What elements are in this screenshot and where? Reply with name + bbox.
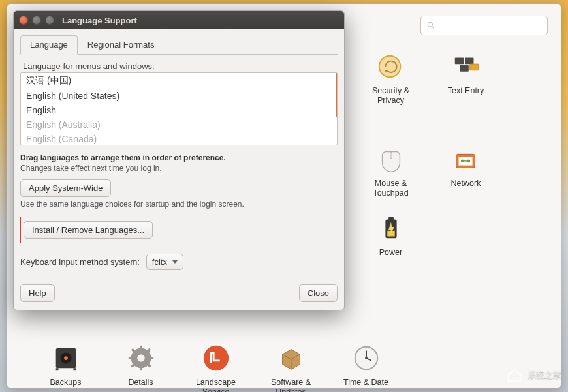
language-list-item[interactable]: English (Canada)	[21, 132, 337, 145]
tab-language[interactable]: Language	[20, 35, 78, 55]
language-list-item[interactable]: English (Australia)	[21, 117, 337, 132]
install-remove-highlight: Install / Remove Languages...	[20, 217, 213, 243]
tile-label: Backups	[28, 378, 103, 387]
language-list-item[interactable]: 汉语 (中国)	[21, 73, 337, 89]
tile-text-entry[interactable]: Text Entry	[428, 46, 503, 115]
tile-label: Time & Date	[328, 378, 403, 387]
shield-icon	[375, 51, 407, 82]
house-icon	[505, 366, 524, 384]
settings-search-input[interactable]	[420, 16, 548, 35]
clock-icon	[351, 342, 382, 374]
tile-label: Software &Updates	[253, 378, 328, 392]
tile-label: Mouse &Touchpad	[353, 179, 428, 198]
window-close-button[interactable]	[19, 16, 28, 25]
dialog-tabs: Language Regional Formats	[20, 35, 338, 55]
language-list-item[interactable]: English (United States)	[21, 89, 337, 103]
svg-rect-27	[140, 367, 142, 370]
battery-icon	[375, 213, 407, 244]
watermark: 系统之家	[505, 366, 561, 384]
svg-rect-29	[150, 357, 153, 359]
input-method-value: fcitx	[152, 257, 167, 267]
svg-rect-22	[55, 368, 58, 370]
drag-hint: Drag languages to arrange them in order …	[20, 153, 338, 162]
svg-point-34	[203, 346, 228, 370]
keyboard-icon	[450, 51, 482, 82]
window-minimize-button[interactable]	[32, 16, 41, 25]
svg-rect-7	[469, 64, 478, 70]
dialog-titlebar[interactable]: Language Support	[14, 11, 344, 29]
window-maximize-button[interactable]	[45, 16, 54, 25]
mouse-icon	[375, 143, 407, 175]
package-icon	[276, 342, 307, 374]
svg-rect-28	[128, 357, 132, 359]
svg-line-1	[432, 27, 434, 29]
close-button[interactable]: Close	[299, 284, 338, 302]
chevron-down-icon	[172, 260, 178, 264]
tile-time-date[interactable]: Time & Date	[328, 337, 403, 392]
svg-rect-4	[454, 58, 463, 65]
language-list[interactable]: 汉语 (中国) English (United States) English …	[20, 72, 338, 145]
tile-label: Power	[353, 248, 428, 258]
language-list-item[interactable]: English	[21, 103, 337, 117]
tile-label: Network	[428, 179, 503, 188]
input-method-select[interactable]: fcitx	[146, 254, 183, 270]
svg-rect-5	[465, 58, 473, 65]
tile-software-updates[interactable]: Software &Updates	[253, 337, 328, 392]
menus-windows-label: Language for menus and windows:	[20, 55, 338, 72]
landscape-icon	[200, 342, 232, 374]
relogin-hint: Changes take effect next time you log in…	[20, 164, 338, 173]
svg-rect-6	[460, 65, 468, 72]
safe-icon	[50, 342, 82, 374]
keyboard-input-label: Keyboard input method system:	[20, 257, 140, 267]
tile-label: Security &Privacy	[353, 86, 428, 106]
apply-hint: Use the same language choices for startu…	[20, 200, 338, 209]
tile-label: Text Entry	[428, 86, 503, 96]
tile-landscape-service[interactable]: LandscapeService	[178, 337, 253, 392]
tile-mouse-touchpad[interactable]: Mouse &Touchpad	[353, 138, 428, 207]
svg-point-0	[428, 22, 432, 27]
search-icon	[426, 21, 435, 30]
tile-backups[interactable]: Backups	[28, 337, 103, 392]
tab-regional-formats[interactable]: Regional Formats	[78, 35, 165, 55]
gear-icon	[125, 342, 157, 374]
install-remove-languages-button[interactable]: Install / Remove Languages...	[24, 221, 153, 239]
language-support-dialog: Language Support Language Regional Forma…	[13, 10, 345, 310]
tile-label: Details	[103, 378, 178, 387]
tile-power[interactable]: Power	[353, 207, 428, 267]
svg-rect-9	[390, 153, 392, 158]
svg-rect-16	[388, 217, 394, 220]
tile-network[interactable]: Network	[428, 138, 503, 207]
svg-point-38	[365, 357, 368, 359]
tile-security-privacy[interactable]: Security &Privacy	[353, 46, 428, 115]
help-button[interactable]: Help	[20, 284, 55, 302]
svg-rect-26	[140, 346, 142, 350]
network-icon	[450, 143, 482, 175]
svg-rect-23	[73, 368, 76, 370]
tile-details[interactable]: Details	[103, 337, 178, 392]
svg-point-25	[137, 354, 145, 362]
dialog-title: Language Support	[62, 16, 137, 25]
tile-label: LandscapeService	[178, 378, 253, 392]
svg-point-21	[64, 356, 68, 360]
apply-system-wide-button[interactable]: Apply System-Wide	[20, 179, 111, 197]
